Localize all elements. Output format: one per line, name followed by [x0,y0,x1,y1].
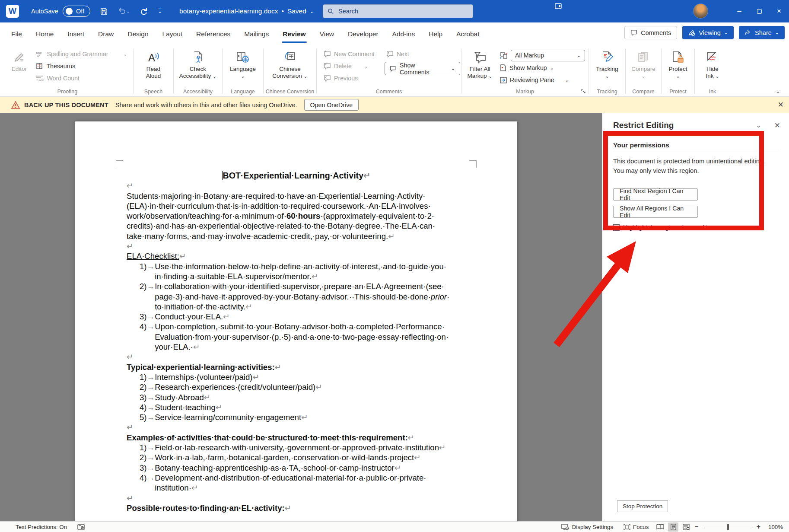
zoom-slider-handle[interactable] [727,524,729,530]
tab-developer[interactable]: Developer [341,22,385,45]
show-comments-button[interactable]: Show Comments ⌄ [385,62,460,75]
search-placeholder: Search [338,8,358,15]
tab-review[interactable]: Review [276,22,312,45]
filter-all-markup-button[interactable]: Filter AllMarkup ⌄ [462,46,497,80]
document-title[interactable]: botany-experiential-learning.docx [179,7,278,15]
banner-close-icon[interactable]: ✕ [778,100,784,109]
tab-mark: → [147,373,155,382]
undo-icon[interactable]: ⌄ [118,7,130,16]
reviewing-pane-button[interactable]: Reviewing Pane ⌄ [497,74,588,86]
viewing-button[interactable]: Viewing ⌄ [682,26,734,39]
doc-line: Possible·routes·to·finding·an·EL·activit… [127,503,466,513]
highlight-regions-checkbox[interactable]: ✓ [613,224,620,231]
svg-text:abc: abc [36,51,42,55]
save-state[interactable]: Saved [287,7,306,15]
filter-markup-chevron-icon: ⌄ [488,73,492,79]
delete-comment-button[interactable]: Delete ⌄ [321,60,384,72]
read-mode-icon[interactable] [655,522,665,532]
language-button[interactable]: Language⌄ [230,46,256,80]
tab-mark: → [147,463,155,472]
maximize-button[interactable] [749,0,769,22]
doc-line: Evaluation·from·your·supervisor·(p.·5)·a… [155,332,449,342]
user-avatar[interactable] [693,3,708,19]
panel-close-icon[interactable]: ✕ [774,121,780,130]
previous-comment-button[interactable]: Previous [321,72,384,84]
redo-icon[interactable] [140,7,148,16]
tab-references[interactable]: References [189,22,237,45]
tab-layout[interactable]: Layout [156,22,190,45]
tab-help[interactable]: Help [422,22,449,45]
stop-protection-button[interactable]: Stop Protection [617,500,668,512]
reviewing-pane-chevron-icon: ⌄ [565,78,569,83]
ribbon-group-ink: HideInk ⌄ Ink [696,46,729,96]
tab-draw[interactable]: Draw [91,22,121,45]
zoom-slider[interactable] [705,527,751,527]
ribbon-tabs: FileHomeInsertDrawDesignLayoutReferences… [4,22,486,45]
hide-ink-button[interactable]: HideInk ⌄ [706,46,719,80]
doc-line: Field·or·lab·research·with·university,·g… [155,443,446,452]
text-predictions-status[interactable]: Text Predictions: On [16,524,67,530]
title-chevron-icon[interactable]: ⌄ [310,9,314,14]
comments-button[interactable]: Comments [624,26,677,39]
accessibility-icon [191,49,204,64]
print-layout-icon[interactable] [668,522,678,532]
tab-design[interactable]: Design [121,22,155,45]
reviewing-pane-icon [500,77,507,83]
save-icon[interactable] [100,7,108,16]
tracking-button[interactable]: Tracking⌄ [596,46,618,80]
word-window: W AutoSave Off ⌄ ⌄ botany-experiential-l… [0,0,789,532]
tab-view[interactable]: View [313,22,341,45]
next-comment-icon [386,51,394,57]
close-button[interactable]: × [769,0,789,22]
check-accessibility-button[interactable]: CheckAccessibility ⌄ [179,46,217,80]
display-settings-button[interactable]: Display Settings [556,522,618,532]
zoom-out-button[interactable]: − [693,523,700,531]
tab-mailings[interactable]: Mailings [237,22,276,45]
find-next-region-button[interactable]: Find Next Region I Can Edit [613,188,698,201]
document-page[interactable]: BOT·Experiential·Learning·Activity↵↵Stud… [75,121,517,521]
panel-chevron-icon[interactable]: ⌄ [756,121,761,129]
share-screen-icon[interactable] [555,3,562,11]
chinese-conversion-button[interactable]: ChineseConversion ⌄ [272,46,307,80]
tab-file[interactable]: File [4,22,29,45]
spelling-grammar-button[interactable]: abc Spelling and Grammar ⌄ [33,48,130,60]
screen-reader-icon[interactable] [77,524,85,530]
doc-list-item: 4)→Student·teaching↵ [140,402,466,412]
word-logo-icon[interactable]: W [6,5,19,18]
zoom-in-button[interactable]: + [755,523,762,531]
tab-insert[interactable]: Insert [60,22,91,45]
open-onedrive-button[interactable]: Open OneDrive [304,99,359,111]
tab-acrobat[interactable]: Acrobat [449,22,486,45]
protect-button[interactable]: Protect⌄ [669,46,687,80]
editor-button[interactable]: Editor [5,46,33,73]
text-cursor [222,171,223,180]
search-input[interactable]: Search [323,4,473,18]
tab-mark: → [147,473,155,482]
show-all-regions-button[interactable]: Show All Regions I Can Edit [613,206,698,218]
focus-button[interactable]: Focus [618,522,654,532]
new-comment-button[interactable]: New Comment [321,48,384,60]
tab-add-ins[interactable]: Add-ins [385,22,422,45]
word-count-button[interactable]: =123 Word Count [33,72,130,84]
autosave-toggle[interactable]: Off [63,6,90,17]
compare-button[interactable]: Compare⌄ [631,46,655,80]
zoom-percentage[interactable]: 100% [762,524,783,530]
show-markup-button[interactable]: Show Markup ⌄ [497,62,588,74]
ribbon-group-compare: Compare⌄ Compare [627,46,660,96]
collapse-ribbon-icon[interactable]: ⌄ [776,88,780,95]
ribbon: Editor abc Spelling and Grammar ⌄ Thesau… [0,45,789,97]
web-layout-icon[interactable] [681,522,691,532]
share-button[interactable]: Share ⌄ [739,26,785,39]
doc-line: Study·Abroad↵ [155,392,210,402]
markup-dialog-launcher-icon[interactable] [581,89,586,95]
next-comment-button[interactable]: Next [384,48,460,60]
tab-home[interactable]: Home [29,22,60,45]
minimize-button[interactable]: – [729,0,749,22]
read-aloud-button[interactable]: A ReadAloud [146,46,161,80]
delete-comment-icon [324,63,331,70]
highlight-regions-label: Highlight the regions I can edit [623,224,707,231]
undo-chevron-icon: ⌄ [126,9,130,14]
markup-select[interactable]: All Markup ⌄ [511,50,585,61]
thesaurus-button[interactable]: Thesaurus [33,60,130,72]
quick-access-toolbar-icon[interactable]: ⌄ [158,9,162,14]
